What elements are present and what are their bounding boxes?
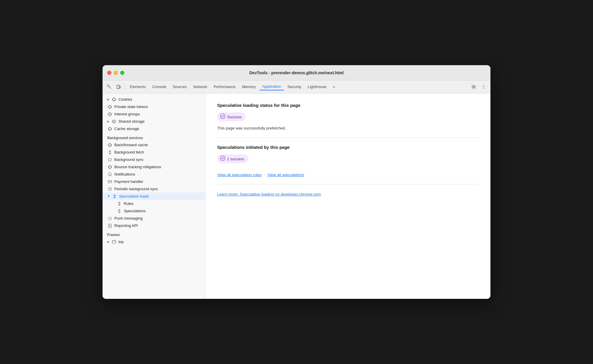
push-messaging-icon [107, 216, 113, 220]
svg-rect-3 [119, 86, 120, 88]
sidebar-item-cookies[interactable]: ▶ Cookies [103, 96, 205, 103]
tab-application[interactable]: Application [259, 83, 284, 90]
sidebar-item-interest-groups[interactable]: Interest groups [103, 110, 205, 118]
toolbar-separator [125, 84, 125, 90]
device-icon[interactable] [114, 82, 123, 91]
traffic-lights [107, 71, 124, 75]
sidebar-label-backforward-cache: Back/forward cache [114, 143, 148, 147]
sidebar-item-top-frame[interactable]: ▶ top [103, 238, 205, 245]
interest-groups-icon [107, 112, 113, 116]
check-icon [220, 114, 225, 120]
sidebar-item-bounce-tracking[interactable]: Bounce tracking mitigations [103, 163, 205, 171]
tab-console[interactable]: Console [149, 83, 169, 90]
section-loading-status: Speculative loading status for this page… [217, 103, 479, 130]
bg-services-header: Background services [103, 132, 205, 141]
view-all-speculations-link[interactable]: View all speculations [267, 173, 304, 177]
notifications-icon [107, 172, 113, 176]
window-title: DevTools - prerender-demos.glitch.me/nex… [107, 70, 486, 75]
more-icon[interactable] [479, 82, 488, 91]
tab-sources[interactable]: Sources [170, 83, 190, 90]
sidebar-item-bg-fetch[interactable]: Background fetch [103, 149, 205, 156]
tab-security[interactable]: Security [284, 83, 304, 90]
svg-rect-23 [108, 181, 112, 183]
expand-arrow-speculative: ▼ [107, 195, 110, 198]
sidebar-item-bg-sync[interactable]: Background sync [103, 156, 205, 163]
view-speculation-rules-link[interactable]: View all speculation rules [217, 173, 262, 177]
rules-icon [117, 202, 122, 206]
tab-lighthouse[interactable]: Lighthouse [305, 83, 329, 90]
titlebar: DevTools - prerender-demos.glitch.me/nex… [103, 65, 490, 80]
svg-rect-2 [117, 85, 119, 89]
sidebar-item-periodic-bg-sync[interactable]: Periodic background sync [103, 185, 205, 193]
inspect-icon[interactable] [105, 82, 114, 91]
sidebar-label-private-state-tokens: Private state tokens [114, 105, 148, 109]
section2-title: Speculations initiated by this page [217, 145, 479, 150]
tab-more[interactable]: » [330, 83, 338, 90]
learn-more-link[interactable]: Learn more: Speculative loading on devel… [217, 192, 321, 196]
sidebar-label-cache-storage: Cache storage [114, 127, 139, 131]
sidebar-item-speculative-loads[interactable]: ▼ Speculative loads [103, 193, 205, 200]
sidebar-item-rules[interactable]: Rules [103, 200, 205, 207]
content-panel: Speculative loading status for this page… [205, 93, 490, 299]
sidebar-item-shared-storage[interactable]: ▶ Shared storage [103, 118, 205, 125]
speculations-icon [117, 209, 122, 213]
sidebar-item-notifications[interactable]: Notifications [103, 171, 205, 178]
speculative-loads-icon [112, 194, 117, 198]
cache-storage-icon [107, 127, 113, 131]
top-frame-icon [111, 240, 117, 244]
section1-description: This page was successfully prefetched. [217, 126, 479, 130]
sidebar-label-reporting-api: Reporting API [114, 223, 138, 228]
section-learn-more: Learn more: Speculative loading on devel… [217, 191, 479, 197]
svg-point-38 [220, 156, 225, 161]
sidebar-item-reporting-api[interactable]: Reporting API [103, 222, 205, 229]
expand-icon: ▶ [107, 98, 110, 101]
svg-point-5 [483, 85, 484, 85]
svg-rect-0 [107, 85, 109, 87]
sidebar-label-speculative-loads: Speculative loads [119, 194, 149, 198]
svg-point-6 [483, 86, 484, 87]
minimize-button[interactable] [114, 71, 118, 75]
sidebar-item-payment-handler[interactable]: Payment handler [103, 178, 205, 185]
tab-performance[interactable]: Performance [211, 83, 238, 90]
settings-icon[interactable] [469, 82, 478, 91]
sidebar-label-cookies: Cookies [118, 97, 132, 102]
svg-point-37 [220, 114, 225, 119]
sidebar-label-payment-handler: Payment handler [114, 179, 143, 184]
shared-storage-icon [111, 119, 117, 124]
devtools-toolbar: Elements Console Sources Network Perform… [103, 80, 490, 93]
frames-header: Frames [103, 229, 205, 238]
expand-icon: ▶ [107, 240, 110, 243]
links-row: View all speculation rules · View all sp… [217, 173, 479, 177]
sidebar-label-top: top [118, 240, 124, 244]
svg-line-1 [109, 87, 111, 89]
tab-memory[interactable]: Memory [239, 83, 259, 90]
sidebar-item-push-messaging[interactable]: Push messaging [103, 215, 205, 222]
sidebar-item-private-state-tokens[interactable]: Private state tokens [103, 103, 205, 110]
sidebar-item-backforward-cache[interactable]: Back/forward cache [103, 141, 205, 149]
sidebar-label-push-messaging: Push messaging [114, 216, 143, 220]
svg-point-4 [473, 86, 475, 87]
sidebar-label-rules: Rules [124, 201, 133, 206]
expand-icon: ▶ [107, 120, 110, 123]
tab-elements[interactable]: Elements [127, 83, 149, 90]
sidebar-label-periodic-bg-sync: Periodic background sync [114, 187, 158, 191]
sidebar-label-bg-fetch: Background fetch [114, 150, 144, 154]
payment-handler-icon [107, 180, 113, 184]
sidebar-label-bg-sync: Background sync [114, 157, 144, 162]
success-count-badge: 1 success [217, 154, 248, 163]
bg-fetch-icon [107, 150, 113, 154]
main-area: ▶ Cookies Private state tokens Interest … [103, 93, 490, 299]
sidebar-item-speculations[interactable]: Speculations [103, 207, 205, 215]
dot-separator: · [264, 173, 265, 177]
bounce-tracking-icon [107, 165, 113, 169]
tab-network[interactable]: Network [190, 83, 210, 90]
close-button[interactable] [107, 71, 111, 75]
success-badge-label: Success [227, 115, 242, 119]
section1-title: Speculative loading status for this page [217, 103, 479, 108]
maximize-button[interactable] [120, 71, 124, 75]
sidebar-item-cache-storage[interactable]: Cache storage [103, 125, 205, 132]
sidebar-label-shared-storage: Shared storage [118, 119, 145, 124]
cookies-icon [111, 97, 117, 102]
sidebar-label-speculations: Speculations [124, 209, 145, 213]
svg-rect-35 [112, 240, 116, 243]
